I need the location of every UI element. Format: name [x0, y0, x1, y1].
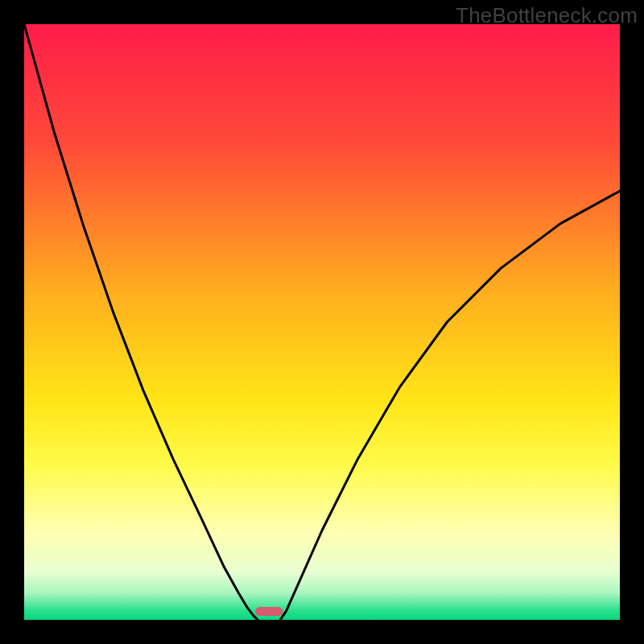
- bottleneck-marker: [255, 607, 283, 616]
- plot-area: [24, 24, 620, 620]
- watermark-text: TheBottleneck.com: [456, 3, 638, 28]
- chart-frame: TheBottleneck.com: [0, 0, 644, 644]
- bottleneck-pill: [255, 607, 283, 616]
- chart-svg: [24, 24, 620, 620]
